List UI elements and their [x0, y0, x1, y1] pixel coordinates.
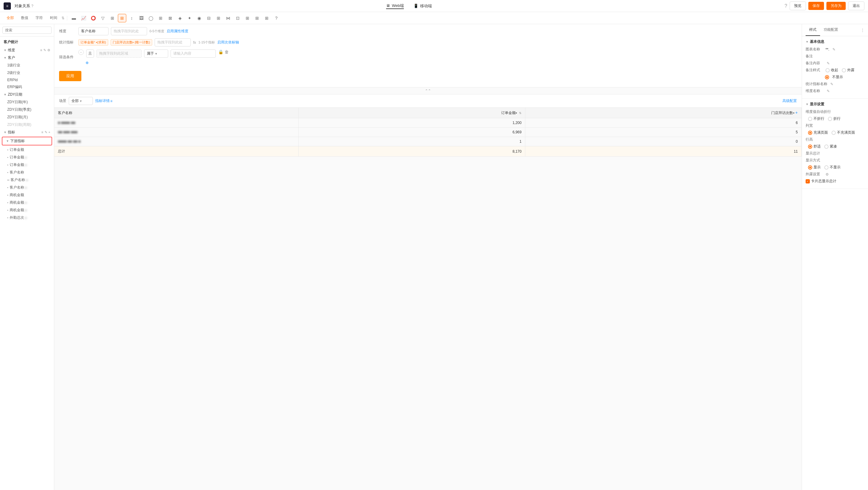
filter-and-badge[interactable]: 且	[86, 50, 94, 58]
sidebar-item-order2[interactable]: ▪订单金额▪	[0, 153, 54, 161]
edit-metrics-icon[interactable]: ✎	[44, 131, 47, 134]
hide-total-option[interactable]: 不显示	[824, 165, 841, 170]
help-icon[interactable]: ?	[31, 4, 33, 8]
combo-icon[interactable]: ⋈	[224, 14, 232, 22]
line-chart-icon[interactable]: 📈	[79, 14, 88, 22]
not-full-width-radio[interactable]	[832, 131, 836, 135]
pie-chart-icon[interactable]: ⭕	[89, 14, 97, 22]
not-full-width-option[interactable]: 不充满页面	[832, 130, 855, 135]
dots-icon[interactable]: ⊞	[156, 14, 165, 22]
show-total-option[interactable]: 显示	[808, 165, 821, 170]
save-button[interactable]: 保存	[808, 2, 824, 10]
hide-total-radio[interactable]	[824, 165, 829, 170]
save-as-button[interactable]: 另存为	[827, 2, 846, 10]
note-style-fold-radio[interactable]	[826, 68, 830, 73]
panel-expand-icon[interactable]: ⋮	[861, 24, 864, 36]
bar-chart-icon[interactable]: ▬	[70, 14, 78, 22]
app-logo[interactable]: ≡	[4, 2, 11, 10]
scatter-icon[interactable]: ⊠	[166, 14, 175, 22]
edit-dim-icon[interactable]: ✎	[43, 48, 46, 52]
sidebar-item-opportunity1[interactable]: ▪商机金额	[0, 191, 54, 199]
comfortable-option[interactable]: 舒适	[808, 144, 821, 149]
show-total-radio[interactable]	[808, 165, 812, 170]
metrics-tag2[interactable]: 门店拜访次数▪ (唯一计数)	[111, 39, 152, 46]
sidebar-item-industry1[interactable]: 1级行业	[0, 62, 54, 69]
tab-string[interactable]: 字符	[33, 14, 46, 22]
compact-option[interactable]: 紧凑	[824, 144, 837, 149]
dimension-placeholder-field[interactable]: 拖拽字段到此处	[111, 27, 147, 35]
sidebar-item-order3[interactable]: ▪订单金额▪	[0, 161, 54, 169]
metrics-link[interactable]: 启用次坐标轴	[217, 40, 239, 45]
scene-select[interactable]: 全部 ▾	[69, 97, 93, 105]
tab-style[interactable]: 样式	[806, 24, 820, 36]
full-width-option[interactable]: 充满页面	[808, 130, 828, 135]
list-metrics-icon[interactable]: ≡	[41, 131, 43, 134]
sidebar-group-zdy[interactable]: ▼ ZDY日期	[0, 91, 54, 98]
treemap-icon[interactable]: ⊞	[214, 14, 223, 22]
fx-icon[interactable]: fx	[193, 40, 196, 45]
area-icon[interactable]: ◈	[176, 14, 184, 22]
sidebar-item-opportunity3[interactable]: ▪商机金额▪	[0, 206, 54, 214]
sidebar-item-order1[interactable]: ▪订单金额	[0, 146, 54, 153]
gauge-icon[interactable]: ◉	[195, 14, 204, 22]
sidebar-item-opportunity2[interactable]: ▪商机金额▪	[0, 199, 54, 206]
delete-icon[interactable]: 🗑	[224, 50, 229, 54]
number-icon[interactable]: ⊞	[262, 14, 271, 22]
dimension-name-edit-icon[interactable]: ✎	[827, 89, 830, 93]
sidebar-item-industry2[interactable]: 2级行业	[0, 69, 54, 77]
funnel-icon[interactable]: ▽	[98, 14, 107, 22]
tab-function[interactable]: 功能配置	[820, 24, 842, 36]
add-column-icon[interactable]: +	[795, 110, 798, 115]
expose-settings-icon[interactable]: ⚙	[826, 172, 829, 176]
preview-button[interactable]: 预览	[789, 1, 806, 10]
list-icon[interactable]: ≡	[40, 48, 42, 52]
sidebar-item-customer-name3[interactable]: ▪客户名称▪	[0, 184, 54, 191]
sankey-icon[interactable]: ⊞	[253, 14, 261, 22]
wrap-option[interactable]: 折行	[828, 116, 841, 121]
help-button[interactable]: ?	[784, 3, 787, 9]
apply-button[interactable]: 应用	[59, 71, 82, 81]
sidebar-item-attendance[interactable]: ▪外勤总次▪	[0, 214, 54, 222]
advanced-config-link[interactable]: 高级配置	[782, 98, 797, 104]
metrics-name-edit-icon[interactable]: ✎	[830, 82, 833, 86]
tab-all[interactable]: 全部	[4, 14, 17, 22]
lock-icon[interactable]: 🔒	[218, 50, 223, 54]
search-input[interactable]	[2, 27, 52, 34]
sidebar-group-customer[interactable]: ▼ 客户	[0, 54, 54, 62]
map-icon[interactable]: ⊞	[243, 14, 252, 22]
sidebar-item-zdy-year[interactable]: ZDY日期(年)	[0, 98, 54, 106]
basic-info-title[interactable]: ▼ 基本信息	[806, 39, 864, 45]
exit-button[interactable]: 退出	[848, 1, 864, 10]
metrics-placeholder-field[interactable]: 拖拽字段到此处	[155, 38, 191, 47]
help-chart-icon[interactable]: ?	[272, 14, 281, 22]
web-device-button[interactable]: 🖥 Web端	[386, 3, 404, 9]
sidebar-item-zdy-quarter[interactable]: ZDY日期(季度)	[0, 106, 54, 113]
chart-name-edit-icon[interactable]: ✎	[832, 47, 835, 52]
card-total-check[interactable]	[806, 179, 810, 183]
filter-add-row[interactable]: ⊕	[79, 61, 797, 65]
radar-icon[interactable]: ✦	[185, 14, 194, 22]
full-width-radio[interactable]	[808, 131, 812, 135]
filter-op-select[interactable]: 属于 ▾	[144, 50, 168, 58]
heatmap-icon[interactable]: ⊟	[205, 14, 213, 22]
note-style-expose-radio[interactable]	[842, 68, 846, 73]
pivot-icon[interactable]: ⊡	[234, 14, 242, 22]
metrics-tag1[interactable]: 订单金额° ▪(求和)	[79, 39, 108, 46]
sidebar-item-customer-name1[interactable]: ▪客户名称	[0, 169, 54, 176]
note-display-radio[interactable]	[825, 75, 829, 79]
no-wrap-radio[interactable]	[808, 117, 812, 121]
filter-icon[interactable]: ⊞	[108, 14, 117, 22]
sort-icon[interactable]: ⇅	[519, 111, 521, 115]
wrap-radio[interactable]	[828, 117, 832, 121]
sidebar-group-metrics[interactable]: ▼ 指标 ≡ ✎ +	[0, 128, 54, 136]
sidebar-group-downstream[interactable]: ▼ 下游指标	[2, 137, 52, 145]
no-wrap-option[interactable]: 不折行	[808, 116, 824, 121]
dimension-field[interactable]: 客户名称	[79, 27, 108, 35]
sidebar-item-customer-name2[interactable]: ▪▪客户名称▪	[0, 176, 54, 184]
mobile-device-button[interactable]: 📱 移动端	[413, 3, 432, 9]
filter-value-input[interactable]: 请输入内容	[170, 50, 216, 58]
sidebar-item-erpcode[interactable]: ERP编码	[0, 83, 54, 91]
tab-number[interactable]: 数值	[18, 14, 31, 22]
column-chart-icon[interactable]: ↕	[127, 14, 136, 22]
image-icon[interactable]: 🖼	[137, 14, 146, 22]
